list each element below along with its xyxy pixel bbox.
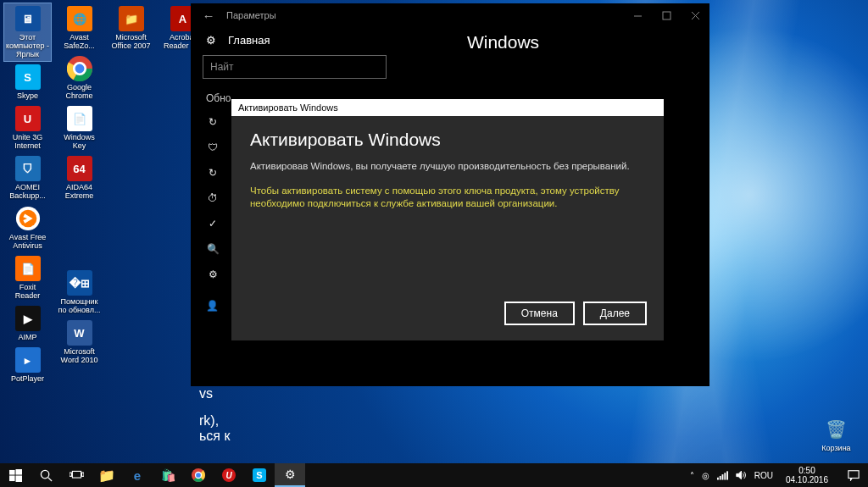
app-icon	[66, 237, 93, 264]
svg-rect-31	[726, 471, 728, 479]
svg-point-17	[41, 470, 48, 478]
taskview-button[interactable]	[61, 463, 92, 487]
app-icon: �⊞	[66, 269, 93, 296]
search-button[interactable]	[31, 463, 61, 487]
desktop-icon[interactable]: UUnite 3GInternet	[4, 103, 51, 152]
activation-dialog: Активировать Windows Активировать Window…	[231, 99, 664, 340]
nav-icon: ↻	[206, 167, 220, 179]
app-icon	[14, 205, 42, 232]
nav-icon: 🛡	[206, 141, 220, 153]
taskbar-chrome[interactable]	[183, 463, 214, 487]
desktop-icon[interactable]: ⛉AOMEIBackupp...	[4, 153, 51, 202]
tray-location-icon[interactable]: ◎	[702, 471, 709, 480]
icon-label: Windows Key	[57, 132, 102, 150]
desktop-icon[interactable]: WMicrosoftWord 2010	[56, 318, 103, 367]
nav-icon: 👤	[206, 300, 219, 312]
svg-rect-21	[81, 473, 84, 476]
svg-rect-10	[663, 12, 670, 19]
svg-rect-16	[15, 475, 22, 482]
cancel-button[interactable]: Отмена	[504, 302, 575, 325]
icon-label: AIMP	[17, 332, 37, 341]
svg-rect-13	[9, 469, 15, 474]
desktop-icon[interactable]: ▶AIMP	[4, 303, 51, 344]
home-label: Главная	[228, 34, 270, 47]
taskbar-skype[interactable]: S	[244, 463, 275, 487]
next-button[interactable]: Далее	[583, 302, 647, 325]
svg-rect-20	[70, 473, 72, 476]
taskbar-unite3g[interactable]: U	[214, 463, 244, 487]
app-icon: 64	[66, 155, 93, 182]
desktop-icon[interactable]	[56, 235, 103, 267]
desktop-icon[interactable]: 📄Foxit Reader	[4, 253, 51, 302]
app-icon: 🖥	[14, 5, 42, 32]
taskbar-settings[interactable]: ⚙	[275, 463, 305, 487]
nav-icon: ⚙	[206, 268, 220, 280]
app-icon: W	[66, 319, 93, 346]
close-button[interactable]	[681, 3, 709, 27]
maximize-button[interactable]	[652, 3, 681, 27]
desktop-icon[interactable]: �⊞Помощникпо обновл...	[56, 268, 103, 317]
desktop-icon[interactable]: 64AIDA64Extreme	[56, 153, 103, 202]
icon-label: Unite 3GInternet	[12, 132, 44, 150]
svg-rect-30	[724, 473, 726, 479]
svg-rect-15	[9, 475, 15, 481]
app-icon	[66, 205, 93, 232]
icon-label: Этоткомпьютер -Ярлык	[5, 32, 50, 58]
app-icon: 🌐	[66, 5, 93, 32]
taskbar-edge[interactable]: e	[122, 463, 153, 487]
tray-volume-icon[interactable]	[736, 470, 747, 480]
recycle-bin-label: Корзина	[821, 443, 851, 452]
app-icon: ⛉	[14, 155, 42, 182]
dialog-warning-text: Чтобы активировать систему с помощью это…	[250, 185, 645, 210]
app-icon: ▸	[14, 346, 42, 374]
tray-chevron-up-icon[interactable]: ˄	[690, 471, 694, 480]
taskbar[interactable]: 📁 e 🛍️ U S ⚙ ˄ ◎ ROU 0:50 04.10.2016	[0, 463, 868, 487]
icon-label: GoogleChrome	[64, 82, 93, 100]
start-button[interactable]	[0, 463, 31, 487]
page-title: Windows	[305, 27, 701, 64]
app-icon: S	[14, 64, 42, 91]
app-icon	[66, 55, 93, 82]
svg-rect-14	[15, 469, 22, 475]
tray-notification-icon[interactable]	[841, 463, 866, 487]
tray-clock[interactable]: 0:50 04.10.2016	[781, 466, 833, 484]
icon-label: Skype	[16, 91, 39, 100]
system-tray[interactable]: ˄ ◎ ROU 0:50 04.10.2016	[683, 463, 868, 487]
nav-icon: ✓	[206, 218, 220, 230]
taskbar-explorer[interactable]: 📁	[92, 463, 122, 487]
desktop-icon[interactable]: 📄Windows Key	[56, 103, 103, 152]
dialog-body-text: Активировав Windows, вы получаете лучшую…	[250, 160, 645, 173]
icon-label: AIDA64Extreme	[64, 182, 95, 200]
desktop-icon[interactable]: 📁MicrosoftOffice 2007	[108, 3, 154, 53]
tray-network-icon[interactable]	[717, 470, 728, 480]
settings-titlebar[interactable]: ← Параметры	[191, 3, 709, 27]
recycle-bin-icon[interactable]: 🗑️ Корзина	[813, 414, 860, 455]
taskbar-store[interactable]: 🛍️	[153, 463, 183, 487]
svg-rect-32	[849, 471, 859, 479]
window-title: Параметры	[226, 10, 276, 20]
svg-rect-28	[719, 476, 721, 480]
nav-icon: 🔍	[206, 243, 220, 255]
icon-label: Foxit Reader	[5, 282, 50, 300]
app-icon: 📁	[118, 5, 145, 32]
desktop-icon[interactable]: GoogleChrome	[56, 53, 103, 102]
svg-line-18	[47, 477, 51, 480]
app-icon: 📄	[66, 105, 93, 132]
desktop-icon[interactable]: SSkype	[4, 62, 51, 102]
app-icon: 📄	[14, 255, 42, 282]
dialog-titlebar[interactable]: Активировать Windows	[231, 99, 664, 116]
desktop-icon[interactable]: 🌐AvastSafeZo...	[56, 3, 103, 53]
tray-language[interactable]: ROU	[754, 471, 773, 480]
desktop-icon[interactable]: Avast FreeAntivirus	[4, 203, 51, 252]
desktop-icon[interactable]: 🖥Этоткомпьютер -Ярлык	[4, 3, 51, 61]
desktop-icon[interactable]	[56, 203, 103, 235]
svg-rect-27	[717, 478, 719, 480]
icon-label: MicrosoftWord 2010	[60, 346, 99, 364]
dialog-heading: Активировать Windows	[250, 130, 645, 150]
search-placeholder: Найт	[210, 61, 234, 73]
svg-rect-29	[721, 474, 723, 480]
desktop-icon[interactable]: ▸PotPlayer	[4, 345, 51, 385]
minimize-button[interactable]	[623, 3, 652, 27]
back-button[interactable]: ←	[191, 8, 226, 23]
gear-icon: ⚙	[206, 34, 216, 47]
